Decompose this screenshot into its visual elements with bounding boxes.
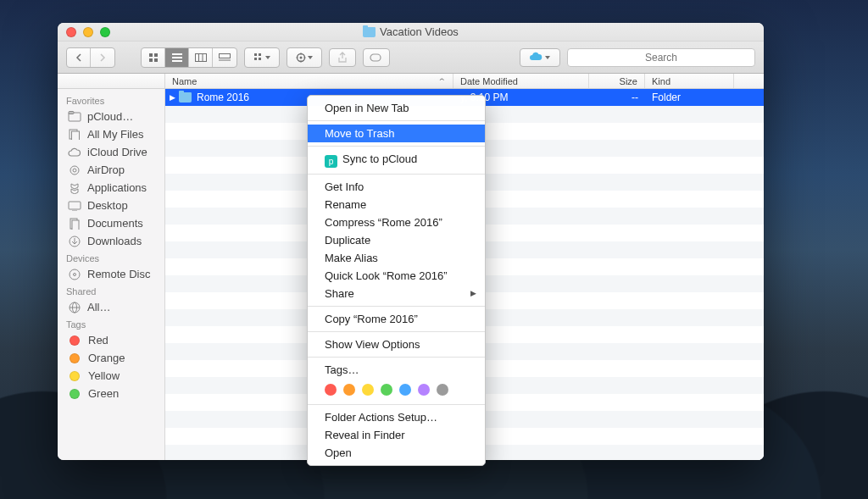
- sidebar-item[interactable]: iCloud Drive: [58, 143, 164, 161]
- sidebar-item[interactable]: Yellow: [58, 367, 164, 385]
- svg-rect-5: [172, 57, 182, 58]
- svg-rect-3: [154, 58, 158, 62]
- context-menu-item[interactable]: Tags…: [308, 361, 485, 379]
- sidebar-item[interactable]: Remote Disc: [58, 265, 164, 283]
- list-view-button[interactable]: [165, 48, 189, 67]
- globe-icon: [68, 302, 81, 313]
- folder-icon: [179, 92, 192, 103]
- context-menu-item[interactable]: Folder Actions Setup…: [308, 408, 485, 426]
- sidebar-item[interactable]: Documents: [58, 214, 164, 232]
- context-menu-item[interactable]: pSync to pCloud: [308, 150, 485, 170]
- context-menu-item[interactable]: Share: [308, 285, 485, 302]
- column-header-name[interactable]: Name: [165, 74, 453, 88]
- window-title-text: Vacation Videos: [380, 25, 459, 38]
- tag-dot-icon: [70, 371, 80, 381]
- minimize-button[interactable]: [83, 27, 93, 37]
- context-menu-label: Open in New Tab: [325, 102, 409, 114]
- context-menu-label: Tags…: [325, 363, 359, 376]
- context-menu-item[interactable]: Quick Look “Rome 2016”: [308, 267, 485, 285]
- sidebar-item[interactable]: Applications: [58, 179, 164, 197]
- svg-rect-4: [172, 53, 182, 55]
- context-menu-item[interactable]: Make Alias: [308, 249, 485, 267]
- nav-back-forward: [66, 47, 115, 68]
- svg-rect-12: [254, 53, 257, 56]
- columns-header: NameDate ModifiedSizeKind: [58, 74, 764, 89]
- tag-color-dot[interactable]: [399, 384, 411, 396]
- sidebar-item[interactable]: AirDrop: [58, 161, 164, 179]
- context-menu-label: Duplicate: [325, 234, 370, 247]
- back-button[interactable]: [67, 48, 91, 67]
- arrange-menu[interactable]: [244, 47, 280, 68]
- context-menu-item[interactable]: Rename: [308, 196, 485, 213]
- tag-dot-icon: [70, 389, 80, 399]
- sidebar-item-label: All My Files: [87, 128, 143, 141]
- tag-color-dot[interactable]: [362, 384, 374, 396]
- context-menu-item[interactable]: Duplicate: [308, 231, 485, 249]
- context-menu-item[interactable]: Move to Trash: [308, 125, 485, 142]
- context-menu-label: Sync to pCloud: [342, 152, 417, 165]
- view-mode-segment: [141, 47, 237, 68]
- sidebar-item[interactable]: Red: [58, 331, 164, 349]
- pcloud-icon: p: [325, 155, 337, 168]
- disclosure-triangle-icon[interactable]: ▶: [165, 93, 179, 102]
- action-menu[interactable]: [287, 47, 322, 68]
- coverflow-view-button[interactable]: [213, 48, 236, 67]
- context-menu-label: Folder Actions Setup…: [325, 411, 437, 424]
- close-button[interactable]: [66, 27, 76, 37]
- context-menu-label: Make Alias: [325, 252, 378, 264]
- sidebar-header: Devices: [58, 250, 164, 265]
- context-menu-item[interactable]: Open: [308, 444, 485, 462]
- svg-rect-14: [254, 58, 257, 60]
- column-view-button[interactable]: [189, 48, 213, 67]
- svg-rect-0: [149, 53, 153, 57]
- sidebar-item[interactable]: pCloud…: [58, 108, 164, 125]
- tag-color-dot[interactable]: [325, 384, 337, 396]
- sidebar-item[interactable]: All…: [58, 298, 164, 316]
- titlebar[interactable]: Vacation Videos: [58, 23, 764, 42]
- icon-view-button[interactable]: [142, 48, 165, 67]
- zoom-button[interactable]: [100, 27, 110, 37]
- docs-icon: [68, 218, 81, 230]
- context-menu-item[interactable]: Open in New Tab: [308, 99, 485, 117]
- context-menu-label: Reveal in Finder: [325, 429, 405, 441]
- sidebar-item[interactable]: Orange: [58, 349, 164, 367]
- context-menu-label: Quick Look “Rome 2016”: [325, 269, 448, 282]
- tag-color-dot[interactable]: [418, 384, 430, 396]
- downloads-icon: [68, 236, 81, 247]
- svg-point-35: [74, 273, 76, 275]
- sidebar-item-label: Applications: [87, 181, 147, 194]
- sidebar-item-label: Downloads: [87, 235, 142, 247]
- tag-color-dot[interactable]: [437, 384, 448, 396]
- context-menu-label: Open: [325, 446, 352, 459]
- svg-rect-2: [149, 58, 153, 62]
- sidebar-item-label: Desktop: [87, 199, 128, 212]
- column-header-size[interactable]: Size: [589, 74, 645, 88]
- sidebar-header: Shared: [58, 283, 164, 298]
- tag-color-dot[interactable]: [381, 384, 392, 396]
- tag-dot-icon: [70, 353, 80, 363]
- cloud-sync-button[interactable]: [520, 48, 560, 67]
- context-menu-label: Rename: [325, 198, 366, 211]
- sidebar-item[interactable]: Green: [58, 385, 164, 402]
- tag-color-dot[interactable]: [343, 384, 355, 396]
- column-header-kind[interactable]: Kind: [645, 74, 734, 88]
- svg-rect-32: [72, 220, 79, 230]
- tags-button[interactable]: [363, 48, 390, 67]
- share-button[interactable]: [329, 48, 356, 67]
- sidebar: FavoritespCloud…All My FilesiCloud Drive…: [58, 89, 165, 460]
- svg-point-17: [300, 56, 303, 58]
- forward-button[interactable]: [91, 48, 114, 67]
- icloud-icon: [68, 147, 81, 158]
- sidebar-item[interactable]: All My Files: [58, 125, 164, 143]
- context-menu-item[interactable]: Compress “Rome 2016”: [308, 213, 485, 231]
- context-menu-item[interactable]: Reveal in Finder: [308, 426, 485, 444]
- context-menu-item[interactable]: Copy “Rome 2016”: [308, 310, 485, 328]
- column-header-date[interactable]: Date Modified: [453, 74, 589, 88]
- context-menu-item[interactable]: Get Info: [308, 178, 485, 196]
- sidebar-item[interactable]: Desktop: [58, 197, 164, 214]
- sidebar-item[interactable]: Downloads: [58, 232, 164, 250]
- sidebar-item-label: Red: [88, 334, 108, 347]
- sidebar-item-label: AirDrop: [87, 164, 125, 176]
- context-menu-item[interactable]: Show View Options: [308, 335, 485, 353]
- search-input[interactable]: [567, 48, 755, 67]
